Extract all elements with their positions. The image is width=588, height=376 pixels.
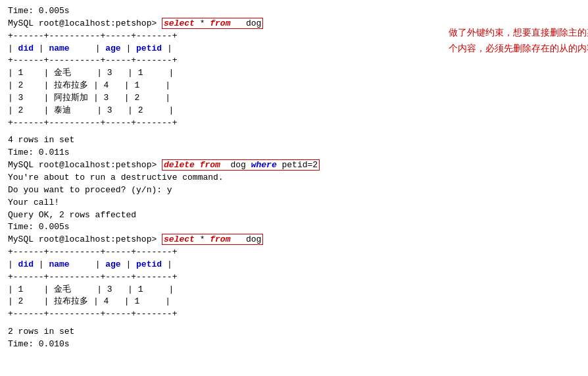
table-border-2: +------+----------+-----+-------+ [8,55,429,67]
line-time-3: Time: 0.005s [8,221,429,234]
line-time-4: Time: 0.010s [8,338,429,351]
terminal-window: Time: 0.005s MySQL root@localhost:petsho… [8,5,588,376]
table-header-2: | did | name | age | petid | [8,259,429,271]
table-row-2: | 2 | 拉布拉多 | 4 | 1 | [8,80,429,92]
line-rows-1: 4 rows in set [8,134,429,147]
table-row-5: | 1 | 金毛 | 3 | 1 | [8,284,429,296]
annotation-panel: 做了外键约束，想要直接删除主的某个内容，必须先删除存在的从的内容 [435,5,588,376]
table-border-4: +------+----------+-----+-------+ [8,246,429,259]
annotation-text: 做了外键约束，想要直接删除主的某个内容，必须先删除存在的从的内容 [449,28,588,53]
table-border-6: +------+----------+-----+-------+ [8,308,429,321]
table-border-5: +------+----------+-----+-------+ [8,271,429,284]
line-proceed: Do you want to proceed? (y/n): y [8,184,429,197]
line-rows-2: 2 rows in set [8,326,429,338]
table-border-1: +------+----------+-----+-------+ [8,30,429,43]
line-query-ok: Query OK, 2 rows affected [8,209,429,222]
table-row-1: | 1 | 金毛 | 3 | 1 | [8,67,429,80]
table-row-6: | 2 | 拉布拉多 | 4 | 1 | [8,296,429,308]
line-prompt-3: MySQL root@localhost:petshop> select * f… [8,234,429,246]
line-prompt-2: MySQL root@localhost:petshop> delete fro… [8,159,429,172]
line-your-call: Your call! [8,197,429,209]
table-row-4: | 2 | 泰迪 | 3 | 2 | [8,105,429,117]
line-time-1: Time: 0.005s [8,5,429,18]
line-time-2: Time: 0.011s [8,147,429,159]
table-border-3: +------+----------+-----+-------+ [8,117,429,130]
table-row-3: | 3 | 阿拉斯加 | 3 | 2 | [8,92,429,105]
terminal-left: Time: 0.005s MySQL root@localhost:petsho… [8,5,435,376]
table-header-1: | did | name | age | petid | [8,43,429,55]
line-prompt-1: MySQL root@localhost:petshop> select * f… [8,18,429,30]
line-destructive: You're about to run a destructive comman… [8,172,429,184]
